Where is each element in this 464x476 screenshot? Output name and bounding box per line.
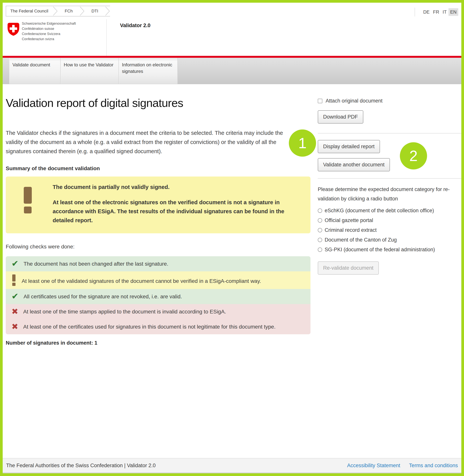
tab-info-signatures[interactable]: Information on electronic signatures xyxy=(119,58,178,84)
radio-button[interactable] xyxy=(318,208,322,213)
radio-option-eschkg: eSchKG (document of the debt collection … xyxy=(318,206,462,215)
logo-line: Confederazione Svizzera xyxy=(22,31,76,37)
tab-label: Validate document xyxy=(12,62,50,67)
breadcrumb-label: DTI xyxy=(91,9,98,14)
radio-label: Criminal record extract xyxy=(325,227,377,233)
intro-paragraph: The Validator checks if the signatures i… xyxy=(6,128,298,156)
tab-label: Information on electronic signatures xyxy=(122,62,172,74)
attach-original-row: Attach original document xyxy=(318,98,462,104)
download-pdf-button[interactable]: Download PDF xyxy=(318,110,363,123)
display-detailed-report-button[interactable]: Display detailed report xyxy=(318,140,380,153)
check-row: ✔All certificates used for the signature… xyxy=(6,289,310,304)
document-category-radios: eSchKG (document of the debt collection … xyxy=(318,206,462,254)
chevron-right-icon xyxy=(53,6,58,16)
signature-count: Number of signatures in document: 1 xyxy=(6,340,311,346)
terms-and-conditions-link[interactable]: Terms and conditions xyxy=(409,463,458,468)
logo-line: Schweizerische Eidgenossenschaft xyxy=(22,21,76,26)
tab-label: How to use the Validator xyxy=(64,62,114,67)
radio-button[interactable] xyxy=(318,238,322,242)
check-icon: ✔ xyxy=(11,293,19,299)
breadcrumb-item-fch[interactable]: FCh xyxy=(58,6,80,16)
check-text: At least one of the validated signatures… xyxy=(22,278,261,284)
breadcrumb-label: FCh xyxy=(65,9,73,14)
chevron-right-icon xyxy=(105,6,110,16)
radio-label: eSchKG (document of the debt collection … xyxy=(325,208,434,214)
swiss-coat-of-arms-icon xyxy=(6,21,20,37)
report-content: Validation report of digital signatures … xyxy=(6,84,311,346)
radio-option-sg-pki: SG-PKI (document of the federal administ… xyxy=(318,245,462,254)
actions-sidebar: Attach original document Download PDF Di… xyxy=(318,84,462,275)
summary-detail: At least one of the electronic signature… xyxy=(53,198,286,225)
sidebar-divider xyxy=(318,178,462,179)
check-row: ✖At least one of the certificates used f… xyxy=(6,319,310,334)
main-nav-tabs: Validate document How to use the Validat… xyxy=(3,58,461,84)
summary-heading: Summary of the document validation xyxy=(6,165,311,172)
radio-label: Document of the Canton of Zug xyxy=(325,237,397,243)
radio-option-canton-zug: Document of the Canton of Zug xyxy=(318,235,462,245)
header-divider xyxy=(415,8,415,17)
attach-original-checkbox[interactable] xyxy=(318,99,322,103)
footer: The Federal Authorities of the Swiss Con… xyxy=(3,458,461,473)
radio-button[interactable] xyxy=(318,218,322,223)
tab-how-to-use[interactable]: How to use the Validator xyxy=(61,58,119,84)
radio-option-gazette: Official gazette portal xyxy=(318,215,462,225)
footer-links: Accessibility Statement Terms and condit… xyxy=(338,463,458,468)
footer-text: The Federal Authorities of the Swiss Con… xyxy=(6,463,156,468)
exclamation-icon xyxy=(12,274,16,286)
logo-line: Confédération suisse xyxy=(22,26,76,31)
check-text: At least one of the certificates used fo… xyxy=(23,324,275,330)
check-row: ✔The document has not been changed after… xyxy=(6,256,310,271)
check-icon: ✔ xyxy=(11,261,19,266)
revalidation-instructions: Please determine the expected document c… xyxy=(318,185,462,204)
attach-original-label: Attach original document xyxy=(326,98,382,104)
logo-line: Confederaziun svizra xyxy=(22,37,76,42)
sidebar-divider xyxy=(318,133,462,133)
summary-result: The document is partially not validly si… xyxy=(53,183,286,191)
language-switcher: DE FR IT EN xyxy=(415,8,458,17)
revalidate-document-button[interactable]: Re-validate document xyxy=(318,261,379,275)
radio-button[interactable] xyxy=(318,247,322,252)
checks-heading: Following checks were done: xyxy=(6,244,311,250)
confederation-wordmark: Schweizerische Eidgenossenschaft Confédé… xyxy=(22,21,76,42)
breadcrumb: The Federal Council FCh DTI xyxy=(6,6,110,17)
cross-icon: ✖ xyxy=(11,324,18,329)
breadcrumb-label: The Federal Council xyxy=(10,9,48,14)
radio-option-criminal-record: Criminal record extract xyxy=(318,225,462,235)
chevron-right-icon xyxy=(80,6,85,16)
exclamation-icon xyxy=(24,187,32,214)
check-text: The document has not been changed after … xyxy=(24,261,168,267)
tab-validate-document[interactable]: Validate document xyxy=(9,58,61,84)
check-row: At least one of the validated signatures… xyxy=(6,271,310,289)
lang-de[interactable]: DE xyxy=(422,8,431,16)
check-results-list: ✔The document has not been changed after… xyxy=(6,256,310,334)
lang-fr[interactable]: FR xyxy=(431,8,441,16)
check-text: All certificates used for the signature … xyxy=(24,294,182,299)
check-row: ✖At least one of the time stamps applied… xyxy=(6,304,310,319)
cross-icon: ✖ xyxy=(11,309,18,314)
radio-label: SG-PKI (document of the federal administ… xyxy=(325,247,435,253)
header-vertical-divider xyxy=(106,19,107,56)
radio-button[interactable] xyxy=(318,228,322,232)
lang-en[interactable]: EN xyxy=(448,8,458,16)
page-title: Validation report of digital signatures xyxy=(6,96,311,110)
app-title: Validator 2.0 xyxy=(120,23,150,28)
annotation-step-1: 1 xyxy=(289,130,316,157)
validate-another-document-button[interactable]: Validate another document xyxy=(318,158,390,171)
lang-it[interactable]: IT xyxy=(441,8,448,16)
page: The Federal Council FCh DTI DE FR IT EN xyxy=(0,0,464,476)
radio-label: Official gazette portal xyxy=(325,217,373,223)
breadcrumb-item-federal-council[interactable]: The Federal Council xyxy=(6,6,53,16)
summary-warning-box: The document is partially not validly si… xyxy=(6,177,310,233)
accessibility-statement-link[interactable]: Accessibility Statement xyxy=(347,463,400,468)
check-text: At least one of the time stamps applied … xyxy=(23,309,226,315)
breadcrumb-item-dti[interactable]: DTI xyxy=(85,6,105,16)
header-red-rule xyxy=(3,56,461,58)
annotation-step-2: 2 xyxy=(400,142,427,169)
